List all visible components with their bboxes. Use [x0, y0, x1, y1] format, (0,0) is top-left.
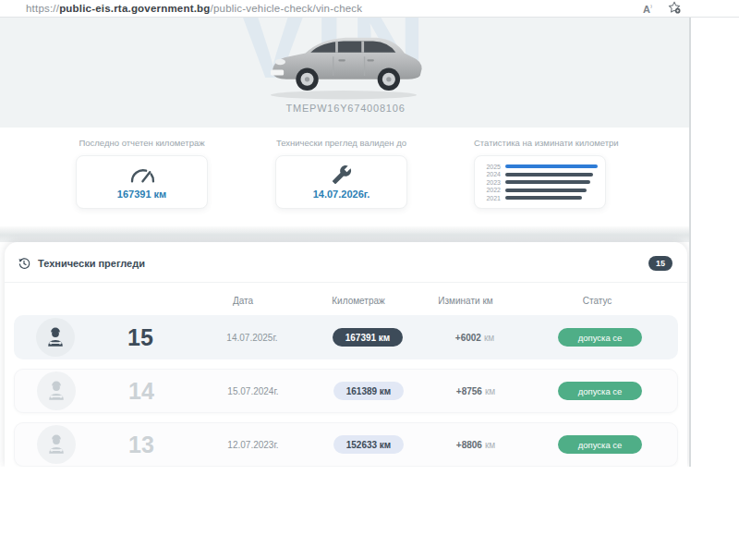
chart-year-label: 2025 — [482, 164, 501, 169]
stat-odometer: Последно отчетен километраж 167391 км — [76, 137, 208, 209]
mechanic-avatar — [36, 318, 75, 357]
mechanic-avatar — [37, 425, 76, 464]
chart-year-label: 2021 — [482, 196, 501, 201]
url-path: /public-vehicle-check/vin-check — [211, 3, 363, 14]
history-icon — [18, 257, 30, 270]
stat-km-chart-label: Статистика на изминати километри — [474, 137, 606, 149]
status-badge: допуска се — [558, 328, 643, 347]
stat-odometer-value: 167391 км — [117, 189, 166, 200]
vehicle-hero: VIN TMEPW16Y674008106 — [0, 18, 691, 128]
km-chart-card: 2025 2024 2023 2022 2021 — [474, 155, 606, 209]
stats-row: Последно отчетен километраж 167391 км Те… — [0, 137, 691, 229]
odometer-badge: 152633 км — [333, 435, 405, 454]
column-header-odometer: Километраж — [311, 296, 406, 306]
favorites-star-icon[interactable] — [667, 0, 682, 18]
stat-inspection-label: Технически преглед валиден до — [275, 137, 407, 149]
delta-km-unit: км — [485, 440, 495, 450]
delta-km-value: +8756 — [456, 386, 482, 396]
inspections-title: Технически прегледи — [38, 258, 145, 269]
inspections-card: Технически прегледи 15 Дата Километраж И… — [5, 242, 687, 467]
speedometer-icon — [127, 164, 157, 185]
table-row[interactable]: 13 12.07.2023г. 152633 км +8806км допуск… — [14, 422, 678, 467]
stat-inspection-value: 14.07.2026г. — [313, 189, 370, 200]
column-header-status: Статус — [526, 296, 669, 306]
car-image — [257, 21, 430, 103]
km-bar-chart: 2025 2024 2023 2022 2021 — [482, 164, 598, 201]
odometer-badge: 167391 км — [333, 328, 404, 347]
table-column-headers: Дата Километраж Изминати км Статус — [5, 283, 687, 315]
chart-bar — [505, 196, 582, 200]
inspection-date: 14.07.2025г. — [184, 333, 321, 343]
delta-km-unit: км — [484, 333, 494, 343]
chart-bar — [505, 189, 587, 192]
stat-odometer-card: 167391 км — [76, 155, 208, 209]
delta-km-value: +8806 — [456, 440, 482, 450]
delta-km-unit: км — [485, 386, 495, 396]
chart-bar — [505, 173, 593, 177]
wrench-icon — [332, 164, 352, 185]
stat-inspection-card: 14.07.2026г. — [275, 155, 407, 209]
inspection-date: 12.07.2023г. — [185, 440, 321, 450]
browser-address-bar[interactable]: https://public-eis.rta.government.bg/pub… — [0, 0, 739, 18]
status-badge: допуска се — [558, 435, 643, 454]
status-badge: допуска се — [558, 382, 643, 400]
inspection-date: 15.07.2024г. — [185, 386, 321, 396]
chart-year-label: 2023 — [482, 180, 501, 185]
stat-odometer-label: Последно отчетен километраж — [76, 137, 208, 149]
table-row[interactable]: 14 15.07.2024г. 161389 км +8756км допуск… — [14, 369, 678, 413]
chart-bar — [505, 164, 598, 168]
column-header-date: Дата — [175, 296, 311, 306]
inspection-number: 13 — [98, 432, 185, 458]
screen: https://public-eis.rta.government.bg/pub… — [0, 0, 739, 560]
section-divider-band — [0, 226, 691, 242]
odometer-badge: 161389 км — [333, 382, 405, 400]
inspection-rows: 15 14.07.2025г. 167391 км +6002км допуск… — [5, 315, 687, 467]
inspections-count-badge: 15 — [648, 256, 672, 271]
mechanic-avatar — [37, 371, 76, 410]
url-scheme: https:// — [26, 3, 59, 14]
page-scrollbar[interactable] — [689, 18, 691, 467]
inspection-number: 15 — [97, 324, 184, 351]
chart-bar — [505, 180, 590, 184]
stat-km-chart: Статистика на изминати километри 2025 20… — [474, 137, 606, 209]
vin-number: TMEPW16Y674008106 — [0, 103, 691, 114]
url-domain: public-eis.rta.government.bg — [59, 3, 210, 14]
column-header-delta: Изминати км — [406, 296, 526, 306]
stat-inspection: Технически преглед валиден до 14.07.2026… — [275, 137, 407, 209]
inspection-number: 14 — [98, 378, 185, 405]
chart-year-label: 2022 — [482, 188, 501, 192]
table-row[interactable]: 15 14.07.2025г. 167391 км +6002км допуск… — [14, 315, 678, 359]
inspections-header: Технически прегледи 15 — [5, 242, 687, 282]
delta-km-value: +6002 — [455, 333, 481, 343]
read-aloud-icon[interactable]: A⁾ — [643, 4, 652, 15]
page-content: VIN TMEPW16Y674008106 — [0, 18, 691, 467]
url-text[interactable]: https://public-eis.rta.government.bg/pub… — [26, 3, 362, 14]
chart-year-label: 2024 — [482, 172, 501, 177]
